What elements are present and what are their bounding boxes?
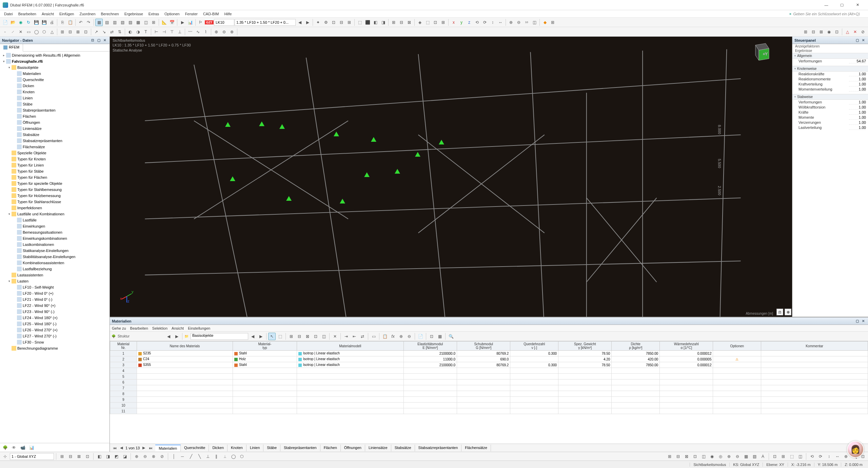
lt-f-icon[interactable]: ⇥	[342, 333, 350, 340]
t2-13-icon[interactable]: ↘	[100, 28, 108, 36]
menu-optionen[interactable]: Optionen	[162, 11, 182, 17]
measure-icon[interactable]: 📐	[160, 19, 168, 26]
t2-16-icon[interactable]: ◐	[126, 28, 134, 36]
lower-tab[interactable]: Flächensätze	[461, 445, 491, 451]
end-b-icon[interactable]: ⊞	[549, 19, 556, 26]
bt-15-icon[interactable]: ╱	[187, 453, 195, 460]
lt-g-icon[interactable]: ⇤	[351, 333, 358, 340]
tree-item[interactable]: LF25 - Wind 180° (-)	[0, 321, 110, 327]
box2-icon[interactable]: ⊡	[432, 19, 439, 26]
lt-c-icon[interactable]: ⊠	[304, 333, 311, 340]
col-header[interactable]: Optionen	[713, 342, 761, 351]
t2-3-icon[interactable]: ✕	[17, 28, 24, 36]
bt-s1-icon[interactable]: ⊡	[771, 453, 778, 460]
lt-j-icon[interactable]: 📋	[381, 333, 389, 340]
misc-c-icon[interactable]: ◫	[531, 19, 538, 26]
bt-11-icon[interactable]: ⊗	[150, 453, 157, 460]
pg-next-icon[interactable]: ▶	[141, 446, 146, 450]
save-icon[interactable]: 💾	[33, 19, 40, 26]
table-row[interactable]: 3S355StahlIsotrop | Linear elastisch2100…	[110, 362, 868, 368]
tree-item[interactable]: LF23 - Wind 90° (-)	[0, 309, 110, 315]
bt-s5-icon[interactable]: ⟲	[808, 453, 816, 460]
sp-group[interactable]: Allgemein	[792, 53, 868, 59]
t2-18-icon[interactable]: T	[142, 28, 150, 36]
t2-26-icon[interactable]: ⊕	[213, 28, 220, 36]
axis-y-icon[interactable]: y	[458, 19, 465, 26]
loadcombo-combo[interactable]: 1.35 * LF10 + 1.50 * LF20 + 0...	[235, 19, 296, 26]
wand-icon[interactable]: ✦	[314, 19, 322, 26]
cube-icon[interactable]: ◈	[416, 19, 423, 26]
tree-item[interactable]: ▾Basisobjekte	[0, 64, 110, 71]
sp-row[interactable]: Verformungen54.67	[792, 59, 868, 64]
col-header[interactable]: Querdehnzahlν [-]	[510, 342, 558, 351]
t2-5-icon[interactable]: ◯	[33, 28, 40, 36]
bt-s4-icon[interactable]: ◫	[796, 453, 804, 460]
mat-max-icon[interactable]: ▢	[854, 318, 860, 324]
t2-2-icon[interactable]: ⟋	[9, 28, 17, 36]
bt-18-icon[interactable]: ∥	[213, 453, 220, 460]
undo-icon[interactable]: ↶	[77, 19, 84, 26]
tree-item[interactable]: LF24 - Wind 180° (+)	[0, 315, 110, 321]
matmenu-bearbeiten[interactable]: Bearbeiten	[130, 326, 148, 330]
bt-2-icon[interactable]: ⊟	[67, 453, 74, 460]
axis-a-icon[interactable]: ⟲	[473, 19, 481, 26]
tool-b-icon[interactable]: ⊡	[330, 19, 337, 26]
tool-c-icon[interactable]: ⊟	[338, 19, 345, 26]
tree-item[interactable]: Querschnitte	[0, 77, 110, 83]
col-header[interactable]: ElastizitätsmodulE [N/mm²]	[403, 342, 457, 351]
tree-item[interactable]: ▾Fahrzeughalle.rf6	[0, 58, 110, 64]
bt-s6-icon[interactable]: ⟳	[817, 453, 824, 460]
end-a-icon[interactable]: ◆	[541, 19, 549, 26]
tree-item[interactable]: Typen für Stahlbemessung	[0, 187, 110, 193]
t2-x-icon[interactable]: ✕	[851, 28, 859, 36]
bt-16-icon[interactable]: ╲	[196, 453, 203, 460]
view6-icon[interactable]: ▩	[134, 19, 142, 26]
tree-item[interactable]: Typen für Knoten	[0, 156, 110, 162]
tree-item[interactable]: Lastkombinationen	[0, 241, 110, 248]
col-header[interactable]: SchubmodulG [N/mm²]	[457, 342, 510, 351]
sp-row[interactable]: Verzerrungen1.00	[792, 120, 868, 125]
t2-27-icon[interactable]: ⊖	[220, 28, 228, 36]
paste-icon[interactable]: 📋	[66, 19, 74, 26]
axis-c-icon[interactable]: ↕	[489, 19, 496, 26]
table-row[interactable]: 2C24HolzIsotrop | Linear elastisch11000.…	[110, 356, 868, 362]
bt-8-icon[interactable]: ◪	[121, 453, 129, 460]
vp-balance-icon[interactable]: ⚖	[776, 309, 783, 315]
sp-row[interactable]: Reaktionsmomente1.00	[792, 77, 868, 82]
lt-sel-icon[interactable]: ⬚	[276, 333, 284, 340]
tree-item[interactable]: Typen für spezielle Objekte	[0, 180, 110, 187]
lt-search-icon[interactable]: 🔍	[447, 333, 455, 340]
t2-vis1-icon[interactable]: ⊞	[802, 28, 809, 36]
tree-item[interactable]: Bemessungssituationen	[0, 229, 110, 235]
menu-einfügen[interactable]: Einfügen	[57, 11, 77, 17]
lt-k-icon[interactable]: ⊕	[397, 333, 405, 340]
lower-tab[interactable]: Stäbe	[263, 445, 280, 451]
lt-d-icon[interactable]: ⊡	[312, 333, 319, 340]
grid-a-icon[interactable]: ⊞	[390, 19, 397, 26]
sp-row[interactable]: Momente1.00	[792, 115, 868, 120]
tree-item[interactable]: Stabilitätsanalyse-Einstellungen	[0, 254, 110, 260]
bt-10-icon[interactable]: ⊖	[141, 453, 149, 460]
bt-7-icon[interactable]: ◩	[113, 453, 120, 460]
tree-item[interactable]: ▾Lasten	[0, 278, 110, 284]
col-header[interactable]: Spez. Gewichtγ [kN/m³]	[558, 342, 612, 351]
close-button[interactable]: ✕	[850, 0, 865, 10]
matmenu-gehe zu[interactable]: Gehe zu	[112, 326, 126, 330]
t2-23-icon[interactable]: 〰	[186, 28, 194, 36]
panel-pin-icon[interactable]: ⊡	[90, 38, 95, 43]
cs-combo[interactable]: 1 - Global XYZ	[10, 453, 54, 460]
menu-ergebnisse[interactable]: Ergebnisse	[122, 11, 146, 17]
bt-14-icon[interactable]: ─	[179, 453, 186, 460]
redo-icon[interactable]: ↷	[85, 19, 92, 26]
lt-prev-icon[interactable]: ◀	[165, 333, 172, 340]
navtab-eye-icon[interactable]: 👁	[10, 444, 18, 451]
pg-last-icon[interactable]: ⏭	[148, 446, 153, 450]
lt-fx-icon[interactable]: fx	[389, 333, 397, 340]
lt-l-icon[interactable]: ⊖	[406, 333, 413, 340]
new-icon[interactable]: 📄	[1, 19, 9, 26]
t2-9-icon[interactable]: ⊟	[66, 28, 74, 36]
lower-tab[interactable]: Öffnungen	[341, 445, 365, 451]
table-row[interactable]: 6	[110, 379, 868, 385]
navigator-tree[interactable]: ▸Dimensioning with Results.rf6 | Allgeme…	[0, 52, 110, 443]
tree-item[interactable]: Typen für Stäbe	[0, 168, 110, 174]
